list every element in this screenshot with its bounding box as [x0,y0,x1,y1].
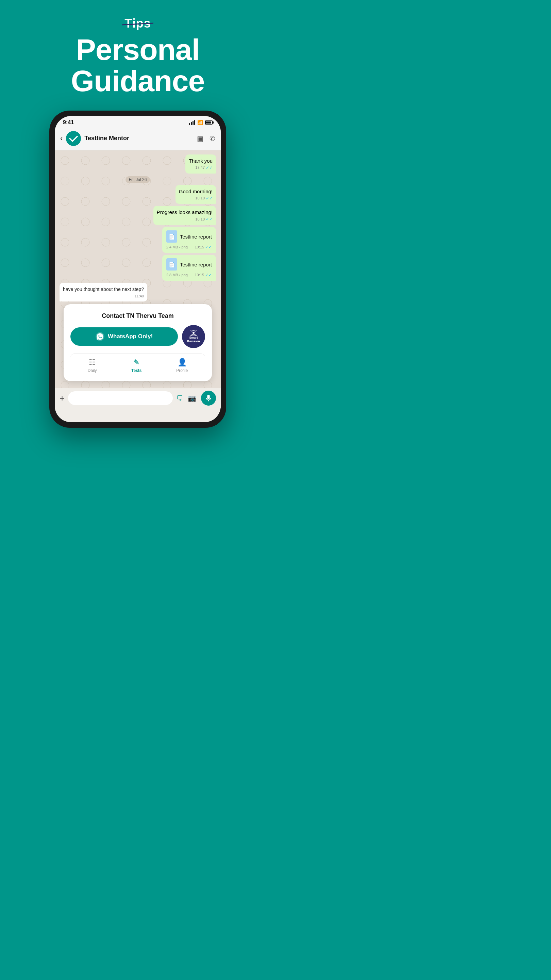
smart-revision-icon [190,330,197,336]
message-bubble: Progress looks amazing! 10:10 ✓✓ [153,206,216,225]
profile-icon: 👤 [178,358,187,367]
message-time: 11:40 [135,294,144,299]
input-action-icons: 🗨 📷 [176,391,216,406]
file-name: Testline report [180,262,212,267]
daily-icon: ☷ [89,358,95,367]
headline-line2: Guidance [71,64,205,98]
overlay-buttons: WhatsApp Only! SmartRevision [70,325,205,348]
message-bubble: Good morning! 10:10 ✓✓ [176,185,216,204]
whatsapp-label: WhatsApp Only! [108,333,153,340]
file-row: 📄 Testline report [166,258,212,270]
whatsapp-button[interactable]: WhatsApp Only! [70,327,178,346]
status-time: 9:41 [63,119,74,126]
mic-icon [205,395,212,402]
message-row: have you thought about the next step? 11… [60,283,216,301]
nav-item-daily[interactable]: ☷ Daily [88,358,97,373]
message-time: 10:15 [195,273,204,277]
wifi-icon: 📶 [197,120,203,125]
file-row: 📄 Testline report [166,231,212,243]
attach-button[interactable]: + [60,393,65,404]
file-name: Testline report [180,234,212,240]
message-bubble: Thank you 17:47 ✓✓ [185,154,216,173]
mic-button[interactable] [201,391,216,406]
check-marks: ✓✓ [205,245,212,250]
nav-label-profile: Profile [176,368,188,373]
message-text: Progress looks amazing! [157,209,213,215]
message-row: Good morning! 10:10 ✓✓ [60,185,216,204]
message-time: 10:15 [195,245,204,249]
headline: Personal Guidance [71,34,205,97]
top-section: Tips Personal Guidance [0,0,275,97]
nav-item-profile[interactable]: 👤 Profile [176,358,188,373]
message-row: 📄 Testline report 2.4 MB • png 10:15 ✓✓ [60,227,216,253]
tips-label: Tips [124,16,151,30]
message-text: have you thought about the next step? [63,286,144,292]
svg-point-2 [192,332,195,334]
tests-icon: ✎ [133,358,140,367]
contact-overlay-card: Contact TN Thervu Team WhatsApp Only! [64,304,212,381]
message-text: Thank you [189,158,213,164]
nav-item-tests[interactable]: ✎ Tests [131,358,141,373]
message-time: 10:10 [195,196,205,201]
battery-icon [205,121,213,124]
message-input-bar: + 🗨 📷 [55,388,221,408]
sticker-icon[interactable]: 🗨 [176,395,183,402]
check-marks: ✓✓ [206,216,213,222]
phone-mockup: 9:41 📶 ‹ [49,111,226,428]
avatar [66,131,81,146]
whatsapp-icon [95,332,105,341]
message-row: 📄 Testline report 2.8 MB • png 10:15 ✓✓ [60,255,216,281]
check-marks: ✓✓ [206,165,213,171]
smart-revision-label: SmartRevision [187,336,200,343]
back-button[interactable]: ‹ [60,134,63,143]
smart-revision-button[interactable]: SmartRevision [182,325,205,348]
message-text: Good morning! [179,189,213,194]
file-meta: 2.4 MB • png [166,245,188,249]
chat-header: ‹ Testline Mentor ▣ ✆ [55,128,221,150]
check-marks: ✓✓ [206,196,213,202]
phone-call-icon[interactable]: ✆ [210,134,215,143]
file-icon: 📄 [166,258,177,270]
nav-label-tests: Tests [131,368,141,373]
phone-screen: 9:41 📶 ‹ [55,116,221,422]
overlay-title: Contact TN Thervu Team [70,312,205,320]
bottom-nav: ☷ Daily ✎ Tests 👤 Profile [70,353,205,375]
status-icons: 📶 [189,120,213,125]
file-bubble: 📄 Testline report 2.4 MB • png 10:15 ✓✓ [162,227,216,253]
file-meta: 2.8 MB • png [166,273,188,277]
headline-line1: Personal [76,33,200,66]
message-row: Thank you 17:47 ✓✓ [60,154,216,173]
message-bubble: have you thought about the next step? 11… [60,283,147,301]
check-marks: ✓✓ [205,272,212,277]
message-row: Progress looks amazing! 10:10 ✓✓ [60,206,216,225]
header-icons: ▣ ✆ [197,134,215,143]
chat-body: Thank you 17:47 ✓✓ Fri, Jul 26 Good morn… [55,150,221,388]
svg-rect-0 [67,132,80,145]
message-input[interactable] [68,391,173,405]
date-label: Fri, Jul 26 [125,176,150,183]
message-time: 17:47 [195,165,205,170]
signal-icon [189,120,195,125]
message-time: 10:10 [195,217,205,222]
date-divider: Fri, Jul 26 [60,176,216,182]
video-call-icon[interactable]: ▣ [197,134,203,143]
contact-name: Testline Mentor [84,135,194,142]
phone-body: 9:41 📶 ‹ [49,111,226,428]
file-bubble: 📄 Testline report 2.8 MB • png 10:15 ✓✓ [162,255,216,281]
status-bar: 9:41 📶 [55,116,221,128]
file-icon: 📄 [166,231,177,243]
camera-icon[interactable]: 📷 [188,394,196,402]
nav-label-daily: Daily [88,368,97,373]
